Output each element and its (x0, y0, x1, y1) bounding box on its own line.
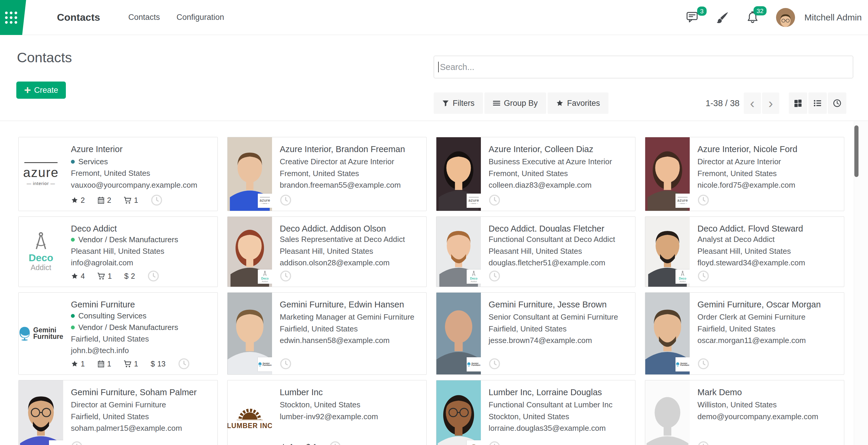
schedule-activity-button[interactable] (280, 194, 291, 206)
cart-stat: 1 (124, 360, 138, 368)
card-body: Gemini Furniture, Soham Palmer Director … (63, 380, 217, 445)
schedule-activity-button[interactable] (489, 358, 500, 370)
dollar-stat: $13 (151, 359, 165, 369)
tag-color-dot (71, 314, 75, 318)
card-body: Lumber Inc, Lorraine Douglas Functional … (481, 380, 635, 445)
compass-icon (680, 271, 685, 276)
card-body: Azure Interior Services Fremont, United … (63, 137, 217, 211)
card-body: Gemini Furniture Consulting Services Ven… (63, 293, 217, 375)
filters-button[interactable]: Filters (434, 93, 483, 114)
contact-card[interactable]: azure— interior — Azure Interior, Brando… (227, 137, 427, 211)
azure-interior-logo: azure— interior — (467, 197, 480, 204)
contact-photo: GeminiFurniture (436, 293, 481, 375)
schedule-activity-button[interactable] (698, 358, 709, 370)
gemini-furniture-logo: GeminiFurniture (19, 323, 63, 344)
favorites-button[interactable]: Favorites (548, 93, 609, 114)
egg-chair-icon (676, 361, 680, 368)
activity-clock-icon (489, 194, 500, 206)
user-name[interactable]: Mitchell Admin (805, 12, 862, 23)
contact-name: Deco Addict, Addison Olson (280, 224, 422, 232)
cart-icon (124, 360, 132, 368)
contact-location: Fremont, United States (698, 169, 839, 179)
contact-card[interactable]: GeminiFurniture Gemini Furniture, Oscar … (645, 292, 844, 375)
schedule-activity-button[interactable] (698, 194, 709, 206)
calendar-stat: 2 (97, 196, 111, 204)
messages-button[interactable]: 3 (685, 11, 699, 24)
pager-next-button[interactable]: › (762, 93, 779, 114)
contact-card[interactable]: GeminiFurniture Gemini Furniture Consult… (19, 292, 218, 375)
contact-card[interactable]: DecoAddict Deco Addict, Addison Olson Sa… (227, 216, 427, 287)
contact-location: Fremont, United States (280, 169, 422, 179)
menu-contacts[interactable]: Contacts (128, 13, 160, 22)
schedule-activity-button[interactable] (148, 270, 159, 282)
activity-clock-icon (280, 358, 291, 370)
menu-configuration[interactable]: Configuration (177, 13, 224, 22)
vertical-scrollbar[interactable] (854, 121, 868, 445)
user-avatar[interactable] (776, 8, 795, 27)
search-input[interactable] (434, 56, 853, 78)
schedule-activity-button[interactable] (698, 441, 709, 445)
activity-view-button[interactable] (828, 93, 846, 114)
schedule-activity-button[interactable] (489, 441, 500, 445)
activity-clock-icon (329, 441, 341, 445)
gemini-logo-badge: GeminiFurniture (49, 440, 63, 445)
pager-previous-button[interactable]: ‹ (744, 93, 761, 114)
tag-color-dot (71, 160, 75, 164)
app-name: Contacts (57, 11, 100, 23)
contact-card[interactable]: GeminiFurniture Gemini Furniture, Soham … (19, 380, 218, 445)
kanban-view-button[interactable] (789, 93, 807, 114)
contact-location: Pleasant Hill, United States (71, 247, 213, 256)
contact-card[interactable]: azure— interior — Azure Interior, Nicole… (645, 137, 844, 211)
contact-card[interactable]: azure— interior — Azure Interior, Collee… (436, 137, 636, 211)
schedule-activity-button[interactable] (178, 358, 190, 370)
card-body: Mark Demo Williston, United States demo@… (690, 380, 844, 445)
activities-button[interactable]: 32 (746, 11, 759, 24)
contact-photo: DecoAddict (436, 217, 481, 287)
contact-name: Gemini Furniture, Soham Palmer (71, 387, 213, 397)
contact-card[interactable]: GeminiFurniture Gemini Furniture, Jesse … (436, 292, 636, 375)
favorite-star-icon (556, 99, 564, 107)
contact-card[interactable]: LUMBER INC Lumber Inc Stockton, United S… (227, 380, 427, 445)
gemini-furniture-logo: GeminiFurniture (676, 361, 689, 368)
cart-stat: 1 (97, 272, 112, 281)
schedule-activity-button[interactable] (151, 194, 162, 206)
azure-logo-badge: azure— interior — (258, 194, 272, 208)
contact-card[interactable]: azure— interior — Azure Interior Service… (19, 137, 218, 211)
scrollbar-thumb[interactable] (855, 125, 859, 177)
schedule-activity-button[interactable] (71, 441, 83, 445)
create-button[interactable]: Create (16, 82, 66, 99)
schedule-activity-button[interactable] (489, 270, 500, 282)
contact-email: lumber-inv92@example.com (280, 412, 422, 421)
schedule-activity-button[interactable] (489, 194, 500, 206)
contact-job-title: Functional Consultant at Deco Addict (489, 235, 630, 244)
contact-card[interactable]: DecoAddict Deco Addict Vendor / Desk Man… (19, 216, 218, 287)
contact-card[interactable]: GeminiFurniture Gemini Furniture, Edwin … (227, 292, 427, 375)
card-footer (698, 441, 839, 445)
contact-card[interactable]: Mark Demo Williston, United States demo@… (645, 380, 844, 445)
calendar-icon (97, 360, 105, 368)
contact-photo: GeminiFurniture (645, 293, 690, 375)
list-view-button[interactable] (808, 93, 827, 114)
contact-card[interactable]: LUMBER INC Lumber Inc, Lorraine Douglas … (436, 380, 636, 445)
contact-email: info@agrolait.com (71, 258, 213, 268)
apps-menu-button[interactable] (0, 0, 26, 35)
contact-card[interactable]: DecoAddict Deco Addict, Douglas Fletcher… (436, 216, 636, 287)
studio-button[interactable] (716, 11, 729, 24)
contact-job-title: Functional Consultant at Lumber Inc (489, 400, 630, 410)
category-tag: Services (71, 157, 213, 166)
contact-name: Deco Addict (71, 224, 213, 232)
contact-job-title: Order Clerk at Gemini Furniture (698, 313, 839, 322)
schedule-activity-button[interactable] (280, 270, 291, 282)
card-footer (280, 358, 422, 370)
schedule-activity-button[interactable] (280, 358, 291, 370)
company-logo-image: azure— interior — (19, 137, 63, 211)
deco-logo-badge: DecoAddict (258, 269, 272, 284)
contact-card[interactable]: DecoAddict Deco Addict, Floyd Steward An… (645, 216, 844, 287)
dollar-icon: $ (151, 359, 155, 369)
tag-color-dot (71, 238, 75, 242)
schedule-activity-button[interactable] (329, 441, 341, 445)
schedule-activity-button[interactable] (698, 270, 709, 282)
contact-location: Pleasant Hill, United States (280, 247, 422, 256)
contact-job-title: Creative Director at Azure Interior (280, 157, 422, 167)
group-by-button[interactable]: Group By (485, 93, 546, 114)
